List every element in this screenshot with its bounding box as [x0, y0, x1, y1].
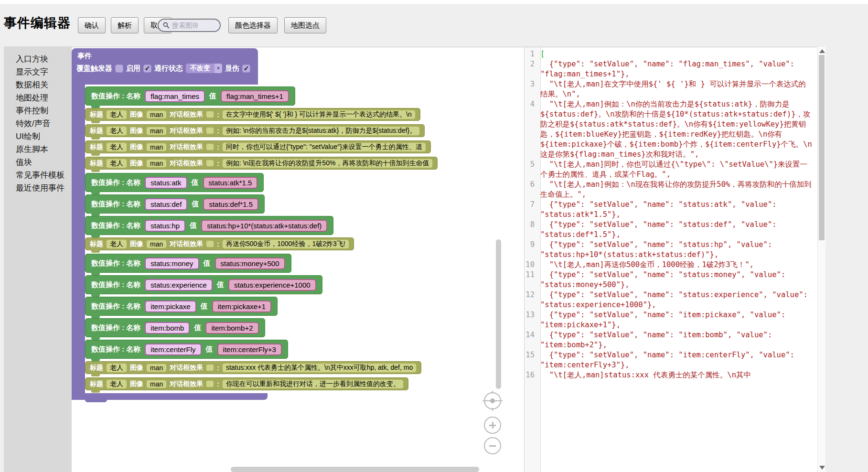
title-field[interactable]: 老人: [106, 239, 127, 249]
code-line[interactable]: 7 {"type": "setValue", "name": "status:a…: [525, 200, 817, 220]
color-picker-button[interactable]: 颜色选择器: [228, 17, 278, 33]
code-line[interactable]: 10 "\t[老人,man]再送你500金币，1000经验，1破2炸3飞！",: [525, 260, 817, 270]
text-field[interactable]: 同时，你也可以通过{"type": "setValue"}来设置一个勇士的属性、…: [222, 142, 426, 152]
line-text[interactable]: {"type": "setValue", "name": "status:hp"…: [539, 240, 812, 260]
zoom-out-button[interactable]: [484, 437, 501, 454]
setvalue-block[interactable]: 数值操作 : 名称item:pickaxe值item:pickaxe+1: [85, 297, 278, 316]
line-text[interactable]: "\t[老人,man]例如：\n现在我将让你的攻防提升50%，再将攻防和的十倍加…: [539, 180, 812, 200]
code-line[interactable]: 3 "\t[老人,man]在文字中使用${' ${ '}和 } 可以计算并显示一…: [525, 79, 817, 99]
workspace-horizontal-scrollbar[interactable]: [231, 467, 479, 472]
line-text[interactable]: {"type": "setValue", "name": "status:atk…: [539, 200, 812, 220]
setvalue-block[interactable]: 数值操作 : 名称item:bomb值item:bomb+2: [85, 318, 265, 337]
name-field[interactable]: status:money: [145, 257, 199, 269]
value-field[interactable]: item:bomb+2: [205, 322, 258, 334]
name-field[interactable]: flag:man_times: [145, 90, 205, 102]
value-field[interactable]: item:centerFly+3: [217, 343, 282, 355]
code-scrollbar[interactable]: [817, 47, 825, 472]
name-field[interactable]: item:bomb: [145, 322, 190, 334]
value-field[interactable]: status:hp+10*(status:atk+status:def): [201, 220, 327, 232]
setvalue-block[interactable]: 数值操作 : 名称status:atk值status:atk*1.5: [85, 173, 264, 192]
code-editor[interactable]: 1[2 {"type": "setValue", "name": "flag:m…: [524, 47, 817, 472]
dialog-effect-checkbox[interactable]: [206, 127, 214, 134]
dialog-effect-checkbox[interactable]: [206, 160, 214, 167]
value-field[interactable]: status:experience+1000: [228, 279, 316, 291]
code-line[interactable]: 14 {"type": "setValue", "name": "item:bo…: [525, 330, 817, 350]
sidebar-item[interactable]: 常见事件模板: [4, 169, 72, 182]
dialog-effect-checkbox[interactable]: [206, 364, 214, 371]
value-field[interactable]: status:money+500: [215, 257, 285, 269]
name-field[interactable]: status:def: [145, 198, 187, 210]
line-text[interactable]: "\t[老人,man]再送你500金币，1000经验，1破2炸3飞！",: [539, 260, 812, 270]
sidebar-item[interactable]: 地图处理: [4, 91, 72, 104]
line-text[interactable]: {"type": "setValue", "name": "item:cente…: [539, 350, 812, 370]
text-field[interactable]: 例如: \n现在我将让你的攻防提升50%，再将攻防和的十倍加到生命值: [222, 159, 433, 168]
zoom-in-button[interactable]: [484, 417, 501, 434]
setvalue-block[interactable]: 数值操作 : 名称status:def值status:def*1.5: [85, 194, 265, 214]
code-line[interactable]: 5 "\t[老人,man]同时，你也可以通过{\"type\": \"setVa…: [525, 160, 817, 180]
line-text[interactable]: {"type": "setValue", "name": "item:picka…: [539, 310, 812, 330]
image-field[interactable]: man: [146, 240, 167, 248]
show-text-block[interactable]: 标题老人图像man对话框效果:再送你500金币，1000经验，1破2炸3飞!: [85, 237, 354, 250]
line-text[interactable]: {"type": "setValue", "name": "status:def…: [539, 220, 812, 240]
dialog-effect-checkbox[interactable]: [206, 111, 214, 118]
enable-checkbox[interactable]: ✓: [143, 64, 151, 73]
code-line[interactable]: 12 {"type": "setValue", "name": "status:…: [525, 290, 817, 310]
name-field[interactable]: status:atk: [145, 177, 187, 189]
name-field[interactable]: item:centerFly: [145, 343, 201, 355]
sidebar-item[interactable]: 最近使用事件: [4, 182, 72, 194]
damage-checkbox[interactable]: ✓: [242, 64, 250, 73]
text-field[interactable]: 在文字中使用${' ${ '}和 } 可以计算并显示一个表达式的结果。\n: [222, 110, 416, 119]
code-line[interactable]: 8 {"type": "setValue", "name": "status:d…: [525, 220, 817, 240]
value-field[interactable]: flag:man_times+1: [221, 90, 289, 102]
sidebar-item[interactable]: 原生脚本: [4, 143, 72, 156]
text-field[interactable]: status:xxx 代表勇士的某个属性。\n其中xxx可取hp, atk, d…: [222, 363, 417, 373]
text-field[interactable]: 再送你500金币，1000经验，1破2炸3飞!: [222, 239, 349, 249]
show-text-block[interactable]: 标题老人图像man对话框效果:例如: \n现在我将让你的攻防提升50%，再将攻防…: [85, 157, 438, 170]
sidebar-item[interactable]: 显示文字: [4, 65, 72, 78]
sidebar-item[interactable]: 特效/声音: [4, 117, 72, 130]
code-line[interactable]: 15 {"type": "setValue", "name": "item:ce…: [525, 350, 817, 370]
code-line[interactable]: 16 "\t[老人,man]status:xxx 代表勇士的某个属性。\n其中: [525, 370, 817, 380]
value-field[interactable]: status:atk*1.5: [203, 177, 258, 189]
line-text[interactable]: {"type": "setValue", "name": "item:bomb"…: [539, 330, 812, 350]
setvalue-block[interactable]: 数值操作 : 名称item:centerFly值item:centerFly+3: [85, 340, 288, 359]
title-field[interactable]: 老人: [106, 110, 127, 119]
code-scrollbar-thumb[interactable]: [819, 55, 825, 240]
setvalue-block[interactable]: 数值操作 : 名称status:hp值status:hp+10*(status:…: [85, 216, 333, 235]
name-field[interactable]: item:pickaxe: [145, 300, 196, 312]
dialog-effect-checkbox[interactable]: [206, 240, 214, 247]
title-field[interactable]: 老人: [106, 142, 127, 152]
sidebar-item[interactable]: 数据相关: [4, 78, 72, 91]
line-text[interactable]: {"type": "setValue", "name": "status:mon…: [539, 270, 812, 290]
text-field[interactable]: 你现在可以重新和我进行对话，进一步看到属性值的改变。: [222, 379, 404, 389]
setvalue-block[interactable]: 数值操作 : 名称status:money值status:money+500: [85, 254, 291, 273]
code-line[interactable]: 6 "\t[老人,man]例如：\n现在我将让你的攻防提升50%，再将攻防和的十…: [525, 180, 817, 200]
code-line[interactable]: 13 {"type": "setValue", "name": "item:pi…: [525, 310, 817, 330]
search-box[interactable]: [158, 19, 221, 32]
sidebar-item[interactable]: UI绘制: [4, 130, 72, 143]
image-field[interactable]: man: [146, 143, 167, 151]
image-field[interactable]: man: [146, 364, 167, 372]
dialog-effect-checkbox[interactable]: [206, 380, 214, 387]
value-field[interactable]: status:def*1.5: [203, 198, 258, 210]
workspace-vertical-scrollbar[interactable]: [496, 239, 501, 389]
dialog-effect-checkbox[interactable]: [206, 143, 214, 150]
sidebar-item[interactable]: 入口方块: [4, 53, 72, 65]
map-point-button[interactable]: 地图选点: [284, 17, 326, 33]
code-line[interactable]: 11 {"type": "setValue", "name": "status:…: [525, 270, 817, 290]
line-text[interactable]: "\t[老人,man]同时，你也可以通过{\"type\": \"setValu…: [539, 160, 812, 180]
code-line[interactable]: 2 {"type": "setValue", "name": "flag:man…: [525, 59, 817, 79]
line-text[interactable]: [: [539, 49, 812, 59]
line-text[interactable]: "\t[老人,man]status:xxx 代表勇士的某个属性。\n其中: [539, 370, 812, 380]
search-input[interactable]: [172, 21, 216, 29]
event-block-header[interactable]: 事件 覆盖触发器 启用 ✓ 通行状态 不改变 ▼ 显伤 ✓: [72, 48, 258, 85]
line-text[interactable]: "\t[老人,man]例如：\n你的当前攻击力是${status:atk}，防御…: [539, 99, 812, 160]
title-field[interactable]: 老人: [106, 379, 127, 389]
image-field[interactable]: man: [146, 159, 167, 168]
line-text[interactable]: {"type": "setValue", "name": "flag:man_t…: [539, 59, 812, 79]
block-workspace[interactable]: 事件 覆盖触发器 启用 ✓ 通行状态 不改变 ▼ 显伤 ✓ 数值操作 : 名称f…: [72, 47, 524, 472]
setvalue-block[interactable]: 数值操作 : 名称status:experience值status:experi…: [85, 275, 322, 294]
show-text-block[interactable]: 标题老人图像man对话框效果:status:xxx 代表勇士的某个属性。\n其中…: [85, 361, 421, 374]
show-text-block[interactable]: 标题老人图像man对话框效果:在文字中使用${' ${ '}和 } 可以计算并显…: [85, 108, 420, 121]
code-line[interactable]: 9 {"type": "setValue", "name": "status:h…: [525, 240, 817, 260]
